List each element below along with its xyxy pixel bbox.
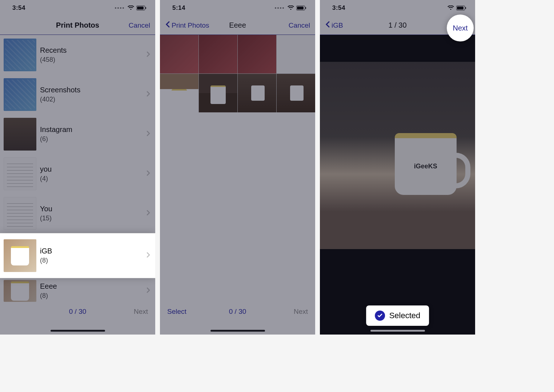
album-count: (8) [40,257,143,264]
next-button[interactable]: Next [119,308,148,316]
select-button[interactable]: Select [167,308,196,316]
photo-thumbnail[interactable] [199,35,237,73]
cancel-button[interactable]: Cancel [114,21,150,29]
wifi-icon [128,5,134,11]
nav-bar: Print Photos Cancel [0,16,155,35]
photo-thumbnail[interactable] [277,35,315,73]
photo-thumbnail[interactable] [277,74,315,112]
next-button[interactable]: Next [447,15,474,41]
selection-counter: 0 / 30 [229,308,246,316]
album-name: You [40,205,143,213]
album-name: Recents [40,46,143,55]
album-igb[interactable]: iGB (8) [0,233,155,278]
album-count: (6) [40,135,143,143]
photo-preview[interactable]: iGeeKS Selected [320,35,475,335]
chevron-left-icon [325,21,330,30]
battery-icon [296,5,306,11]
chevron-right-icon [146,287,150,295]
chevron-right-icon [146,252,150,259]
svg-rect-5 [305,7,306,9]
chevron-left-icon [165,21,170,30]
svg-rect-8 [465,7,466,9]
svg-rect-4 [297,7,304,9]
album-thumbnail [4,197,36,230]
album-count: (458) [40,56,143,64]
album-name: Instagram [40,125,143,134]
battery-icon [456,5,466,11]
status-time: 5:14 [172,4,185,12]
screen-album-list: 3:54 Print Photos Cancel Recents (458) S… [0,0,155,335]
cancel-button[interactable]: Cancel [274,21,310,29]
album-you-uc[interactable]: You (15) [0,193,155,233]
page-counter: 1 / 30 [388,21,406,29]
mug-logo-text: iGeeKS [395,133,457,195]
album-name: Eeee [40,282,143,291]
wifi-icon [288,5,294,11]
check-circle-icon [375,311,385,321]
selected-button[interactable]: Selected [366,305,429,326]
album-thumbnail [4,118,36,151]
chevron-right-icon [146,91,150,98]
status-bar: 3:54 [0,0,155,16]
photo-thumbnail[interactable] [238,74,276,112]
back-button[interactable]: iGB [325,21,361,30]
photo-thumbnail[interactable] [160,74,198,112]
home-indicator[interactable] [370,330,425,332]
album-thumbnail [4,39,36,71]
selection-counter: 0 / 30 [69,308,87,316]
back-label: Print Photos [172,21,209,29]
photo-image: iGeeKS [320,62,475,249]
next-label: Next [453,24,467,32]
album-thumbnail [4,78,36,111]
album-thumbnail [4,157,36,190]
album-count: (8) [40,292,143,300]
back-button[interactable]: Print Photos [165,21,209,30]
album-count: (15) [40,215,143,222]
photo-thumbnail[interactable] [199,74,237,112]
bottom-bar: 0 / 30 Next [0,303,155,335]
next-button[interactable]: Next [279,308,308,316]
album-eeee[interactable]: Eeee (8) [0,278,155,303]
status-bar: 5:14 [160,0,315,16]
chevron-right-icon [146,51,150,59]
svg-rect-7 [457,7,463,9]
album-recents[interactable]: Recents (458) [0,35,155,75]
photo-thumbnail[interactable] [160,35,198,73]
wifi-icon [447,5,454,11]
nav-bar: Print Photos Eeee Cancel [160,16,315,35]
chevron-right-icon [146,210,150,217]
album-list: Recents (458) Screenshots (402) Instagra… [0,35,155,303]
page-title: Eeee [229,21,246,29]
selected-label: Selected [389,311,421,320]
status-time: 3:54 [332,4,345,12]
home-indicator[interactable] [210,330,265,332]
album-instagram[interactable]: Instagram (6) [0,114,155,154]
screen-photo-preview: 3:54 iGB 1 / 30 iGeeKS Selected Next [320,0,475,335]
screen-photo-grid: 5:14 Print Photos Eeee Cancel Select 0 /… [160,0,315,335]
album-thumbnail [4,280,36,302]
page-title: Print Photos [56,21,99,29]
status-bar: 3:54 [320,0,475,16]
chevron-right-icon [146,170,150,177]
chevron-right-icon [146,131,150,138]
svg-rect-1 [137,7,144,9]
status-time: 3:54 [12,4,25,12]
album-count: (402) [40,96,143,103]
battery-icon [136,5,146,11]
album-thumbnail [4,239,36,272]
home-indicator[interactable] [51,330,105,332]
photo-thumbnail[interactable] [238,35,276,73]
album-name: iGB [40,247,143,255]
photo-grid [160,35,315,303]
album-screenshots[interactable]: Screenshots (402) [0,75,155,114]
svg-rect-2 [145,7,146,9]
album-name: Screenshots [40,86,143,94]
album-count: (4) [40,175,143,183]
back-label: iGB [332,21,343,29]
album-you-lc[interactable]: you (4) [0,154,155,193]
album-name: you [40,165,143,173]
bottom-bar: Select 0 / 30 Next [160,303,315,335]
